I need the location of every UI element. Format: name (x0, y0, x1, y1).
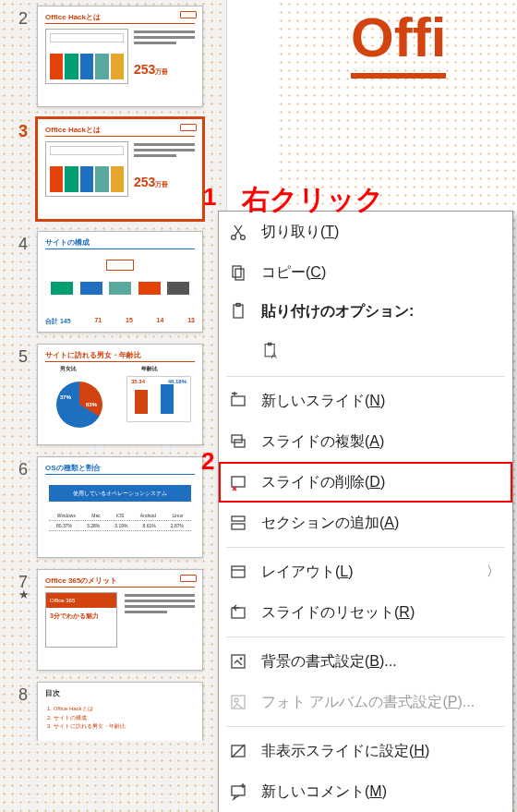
reset-icon (228, 602, 248, 623)
slide-number: 2 (7, 6, 37, 29)
slide-thumbnail[interactable]: Office Hackとは 253万冊 (37, 6, 203, 107)
ctx-paste-options-header: 貼り付けのオプション: (219, 293, 512, 330)
ctx-separator (226, 376, 505, 377)
ctx-label: スライドの削除(D) (261, 473, 499, 492)
ctx-label: スライドの複製(A) (261, 432, 499, 452)
slide-thumbnail-pane[interactable]: 2 Office Hackとは 253万冊 3 Office Hackとは 25… (0, 0, 227, 812)
svg-rect-12 (232, 477, 245, 487)
ctx-new-slide[interactable]: 新しいスライド(N) (219, 381, 512, 421)
svg-rect-14 (232, 524, 245, 529)
submenu-arrow-icon: 〉 (487, 564, 499, 580)
duplicate-icon (228, 431, 248, 452)
annotation-step-1: 1 (203, 183, 216, 212)
ctx-separator (226, 726, 505, 727)
thumb-title: Office 365のメリット (45, 576, 117, 586)
svg-point-18 (240, 658, 243, 661)
slide-thumbnail[interactable]: サイトに訪れる男女・年齢比 男女比 年齢比 37% 63% 35.34 46.1… (37, 344, 203, 445)
ctx-copy[interactable]: コピー(C) (219, 252, 512, 293)
ctx-label: 新しいコメント(M) (261, 782, 499, 802)
ctx-label: 貼り付けのオプション: (261, 302, 499, 321)
new-comment-icon (228, 782, 248, 802)
ctx-photo-album: フォト アルバムの書式設定(P)... (219, 682, 512, 722)
svg-rect-11 (234, 440, 245, 447)
slide-number: 8 (7, 682, 37, 705)
slide-thumbnail[interactable]: OSの種類と割合 使用しているオペレーションシステム WindowsMaciOS… (37, 456, 203, 558)
slide-number: 6 (7, 456, 37, 479)
ctx-label: 新しいスライド(N) (261, 392, 499, 411)
svg-rect-3 (235, 269, 244, 280)
slide-thumb-row[interactable]: 5 サイトに訪れる男女・年齢比 男女比 年齢比 37% 63% 35.34 46… (0, 338, 226, 451)
slide-thumb-row[interactable]: 6 OSの種類と割合 使用しているオペレーションシステム WindowsMaci… (0, 451, 226, 564)
paste-keep-source-icon: A (261, 342, 280, 360)
svg-rect-9 (232, 396, 245, 406)
ctx-delete-slide[interactable]: スライドの削除(D) (219, 462, 512, 503)
svg-text:A: A (271, 351, 278, 360)
slide-thumbnail[interactable]: 目次 1. Office Hackとは 2. サイトの構成 3. サイトに訪れる… (37, 682, 203, 741)
ctx-label: 切り取り(T) (261, 223, 499, 242)
context-menu: 切り取り(T) コピー(C) 貼り付けのオプション: A 新しいスライド(N) … (218, 211, 513, 812)
photo-album-icon (228, 692, 248, 712)
ctx-hide-slide[interactable]: 非表示スライドに設定(H) (219, 731, 512, 771)
ctx-add-section[interactable]: セクションの追加(A) (219, 503, 512, 543)
slide-thumbnail[interactable]: サイトの構成 合計 145 71 15 14 13 (37, 231, 203, 333)
hide-slide-icon (228, 741, 248, 761)
ctx-format-background[interactable]: 背景の書式設定(B)... (219, 641, 512, 682)
ctx-label: コピー(C) (261, 263, 499, 283)
animation-star-icon: ★ (18, 588, 30, 601)
svg-rect-10 (232, 435, 242, 442)
ctx-label: フォト アルバムの書式設定(P)... (261, 693, 499, 712)
ctx-label: スライドのリセット(R) (261, 603, 499, 623)
thumb-title: Office Hackとは (45, 125, 101, 135)
delete-slide-icon (228, 472, 248, 492)
thumb-title: Office Hackとは (45, 12, 101, 22)
ctx-paste-option-keep-source[interactable]: A (219, 330, 512, 372)
svg-point-20 (234, 698, 238, 702)
annotation-step-2: 2 (201, 447, 214, 476)
ctx-separator (226, 636, 505, 637)
add-section-icon (228, 513, 248, 533)
thumb-title: サイトに訪れる男女・年齢比 (45, 350, 141, 360)
slide-thumb-row[interactable]: 8 目次 1. Office Hackとは 2. サイトの構成 3. サイトに訪… (0, 676, 226, 741)
ctx-duplicate-slide[interactable]: スライドの複製(A) (219, 421, 512, 462)
slide-thumbnail[interactable]: Office 365のメリット Office 365 3分でわかる魅力 (37, 569, 203, 671)
layout-icon (228, 562, 248, 582)
slide-number: 5 (7, 344, 37, 367)
copy-icon (228, 262, 248, 283)
ctx-layout[interactable]: レイアウト(L) 〉 (219, 551, 512, 592)
slide-thumb-row-selected[interactable]: 3 Office Hackとは 253万冊 (0, 113, 226, 225)
clipboard-icon (228, 301, 248, 321)
slide-thumb-row[interactable]: 7 ★ Office 365のメリット Office 365 3分でわかる魅力 (0, 564, 226, 676)
ctx-separator (226, 547, 505, 548)
annotation-right-click-label: 右クリック (242, 181, 384, 219)
svg-rect-16 (232, 608, 245, 618)
ctx-label: レイアウト(L) (261, 563, 474, 582)
slide-thumbnail[interactable]: Office Hackとは 253万冊 (37, 118, 203, 220)
slide-number: 4 (7, 231, 37, 254)
ctx-label: セクションの追加(A) (261, 514, 499, 533)
svg-rect-19 (232, 696, 245, 709)
cut-icon (228, 222, 248, 242)
thumb-title: 目次 (45, 688, 60, 698)
svg-point-1 (241, 236, 246, 240)
thumb-title: サイトの構成 (45, 237, 90, 248)
thumb-badge (180, 124, 197, 131)
slide-thumb-row[interactable]: 2 Office Hackとは 253万冊 (0, 0, 226, 113)
canvas-title-fragment: Offi (351, 6, 446, 79)
thumb-badge (180, 11, 197, 18)
svg-point-0 (232, 236, 236, 240)
slide-thumb-row[interactable]: 4 サイトの構成 合計 145 71 15 14 13 (0, 225, 226, 338)
ctx-new-comment[interactable]: 新しいコメント(M) (219, 771, 512, 812)
ctx-label: 背景の書式設定(B)... (261, 652, 499, 672)
new-slide-icon (228, 391, 248, 411)
ctx-label: 非表示スライドに設定(H) (261, 742, 499, 761)
format-background-icon (228, 651, 248, 672)
svg-rect-2 (233, 266, 241, 277)
ctx-reset-slide[interactable]: スライドのリセット(R) (219, 592, 512, 633)
svg-rect-13 (232, 516, 245, 521)
svg-rect-15 (232, 566, 245, 577)
thumb-title: OSの種類と割合 (45, 463, 101, 473)
slide-number: 3 (7, 118, 37, 141)
